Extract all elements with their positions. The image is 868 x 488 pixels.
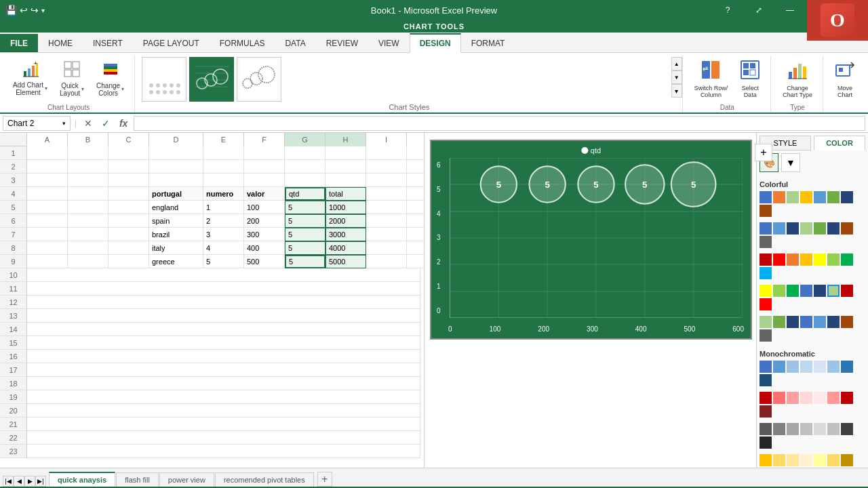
col-header-e[interactable]: E [203, 133, 244, 146]
color-swatch[interactable] [760, 298, 772, 310]
color-swatch[interactable] [814, 316, 826, 328]
cell-rest-7[interactable] [407, 228, 424, 241]
color-swatch[interactable] [814, 253, 826, 266]
color-tab[interactable]: COLOR [814, 136, 865, 150]
cell-f5[interactable]: 100 [244, 201, 285, 214]
function-button[interactable]: fx [116, 116, 131, 131]
undo-icon[interactable]: ↩ [20, 5, 28, 16]
cell-row17[interactable] [27, 363, 420, 377]
styles-scroll-up[interactable]: ▲ [671, 57, 682, 70]
cell-d4[interactable]: portugal [149, 187, 203, 201]
cell-c3[interactable] [108, 174, 149, 187]
tab-formulas[interactable]: FORMULAS [210, 34, 275, 52]
confirm-button[interactable]: ✓ [98, 116, 113, 131]
formula-input[interactable] [134, 116, 865, 131]
restore-button[interactable]: ⤢ [743, 0, 774, 20]
color-swatch[interactable] [814, 285, 826, 297]
color-swatch[interactable] [760, 436, 772, 449]
row-header-13[interactable]: 13 [0, 309, 27, 323]
tab-page-layout[interactable]: PAGE LAYOUT [133, 34, 210, 52]
color-swatch[interactable] [787, 222, 799, 235]
cell-a1[interactable] [27, 146, 68, 160]
row-header-23[interactable]: 23 [0, 445, 27, 458]
cell-a5[interactable] [27, 201, 68, 214]
col-header-f[interactable]: F [244, 133, 285, 146]
cell-f2[interactable] [244, 160, 285, 174]
cell-h7[interactable]: 3000 [326, 228, 366, 241]
color-swatch[interactable] [841, 253, 853, 266]
cell-a7[interactable] [27, 228, 68, 241]
cell-rest-4[interactable] [407, 187, 424, 201]
color-swatch[interactable] [814, 191, 826, 203]
cell-b3[interactable] [68, 174, 108, 187]
cell-e2[interactable] [203, 160, 244, 174]
color-swatch[interactable] [814, 423, 826, 435]
cell-f3[interactable] [244, 174, 285, 187]
color-swatch[interactable] [800, 253, 812, 266]
cell-g8[interactable]: 5 [285, 241, 326, 255]
sheet-tab-power-view[interactable]: power view [159, 472, 214, 487]
col-header-j[interactable]: J [407, 133, 424, 146]
row-header-10[interactable]: 10 [0, 268, 27, 282]
col-header-d[interactable]: D [149, 133, 203, 146]
row-header-17[interactable]: 17 [0, 363, 27, 377]
color-swatch[interactable] [800, 222, 812, 235]
cell-f1[interactable] [244, 146, 285, 160]
color-swatch[interactable] [773, 316, 785, 328]
cell-h3[interactable] [326, 174, 366, 187]
color-swatch[interactable] [760, 236, 772, 248]
cell-row18[interactable] [27, 377, 420, 390]
color-swatch[interactable] [787, 423, 799, 435]
color-swatch[interactable] [760, 267, 772, 279]
color-swatch[interactable] [800, 454, 812, 466]
tab-view[interactable]: VIEW [368, 34, 410, 52]
row-header-12[interactable]: 12 [0, 296, 27, 309]
color-swatch[interactable] [760, 454, 772, 466]
color-swatch[interactable] [760, 392, 772, 404]
color-swatch[interactable] [760, 329, 772, 342]
cell-rest-3[interactable] [407, 174, 424, 187]
cell-i2[interactable] [366, 160, 407, 174]
cell-d8[interactable]: italy [149, 241, 203, 255]
save-icon[interactable]: 💾 [5, 5, 17, 16]
row-header-9[interactable]: 9 [0, 255, 27, 268]
change-colors-button[interactable]: ChangeColors ▾ [92, 58, 129, 100]
cell-i6[interactable] [366, 214, 407, 228]
move-chart-button[interactable]: MoveChart [830, 56, 860, 102]
cell-f4[interactable]: valor [244, 187, 285, 201]
cell-c9[interactable] [108, 255, 149, 268]
cell-g5[interactable]: 5 [285, 201, 326, 214]
cell-e4[interactable]: numero [203, 187, 244, 201]
color-swatch[interactable] [787, 285, 799, 297]
tab-data[interactable]: DATA [275, 34, 315, 52]
cell-h4[interactable]: total [326, 187, 366, 201]
cell-rest-2[interactable] [407, 160, 424, 174]
row-header-15[interactable]: 15 [0, 336, 27, 350]
cell-f7[interactable]: 300 [244, 228, 285, 241]
color-swatch[interactable] [827, 454, 840, 466]
color-swatch[interactable] [800, 392, 812, 404]
cell-g7[interactable]: 5 [285, 228, 326, 241]
color-swatch[interactable] [787, 191, 799, 203]
tab-format[interactable]: FORMAT [461, 34, 515, 52]
color-swatch[interactable] [841, 191, 853, 203]
color-swatch[interactable] [773, 423, 785, 435]
bubble-chart[interactable]: + qtd 6 5 4 3 2 1 0 [430, 140, 752, 340]
cell-a4[interactable] [27, 187, 68, 201]
cell-d2[interactable] [149, 160, 203, 174]
col-header-h[interactable]: H [326, 133, 366, 146]
cell-i5[interactable] [366, 201, 407, 214]
color-swatch[interactable] [760, 361, 772, 373]
cell-e1[interactable] [203, 146, 244, 160]
styles-expand[interactable]: ▾ [671, 84, 682, 98]
cell-rest-8[interactable] [407, 241, 424, 255]
cell-b4[interactable] [68, 187, 108, 201]
dropdown-icon[interactable]: ▾ [41, 7, 45, 14]
row-header-6[interactable]: 6 [0, 214, 27, 228]
color-swatch[interactable] [773, 191, 785, 203]
cell-row20[interactable] [27, 404, 420, 418]
change-chart-type-button[interactable]: ChangeChart Type [778, 56, 817, 102]
cell-row21[interactable] [27, 418, 420, 431]
color-swatch[interactable] [827, 423, 840, 435]
cell-c4[interactable] [108, 187, 149, 201]
